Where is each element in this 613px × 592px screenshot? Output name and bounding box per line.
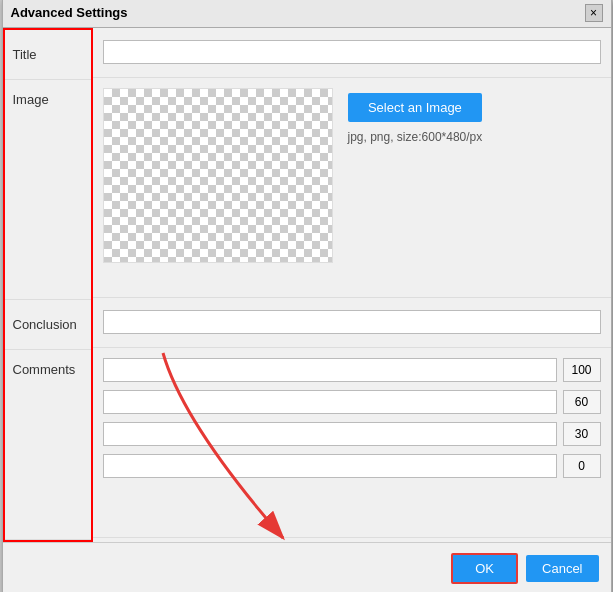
comment-num-3: 30	[563, 422, 601, 446]
ok-button[interactable]: OK	[451, 553, 518, 584]
comment-input-3[interactable]	[103, 422, 557, 446]
comment-num-1: 100	[563, 358, 601, 382]
image-controls: Select an Image jpg, png, size:600*480/p…	[348, 88, 483, 144]
title-label: Title	[5, 30, 91, 80]
comment-row-1: 100	[103, 358, 601, 382]
right-content: Select an Image jpg, png, size:600*480/p…	[93, 28, 611, 542]
titlebar: Advanced Settings ×	[3, 0, 611, 28]
image-row: Select an Image jpg, png, size:600*480/p…	[93, 78, 611, 298]
close-button[interactable]: ×	[585, 4, 603, 22]
comment-input-2[interactable]	[103, 390, 557, 414]
comment-num-2: 60	[563, 390, 601, 414]
comments-label: Comments	[5, 350, 91, 540]
title-input[interactable]	[103, 40, 601, 64]
left-labels: Title Image Conclusion Comments	[3, 28, 93, 542]
title-row	[93, 28, 611, 78]
dialog-title: Advanced Settings	[11, 5, 128, 20]
dialog-footer: OK Cancel	[3, 542, 611, 593]
dialog: Advanced Settings × Title Image Conclusi…	[2, 0, 612, 592]
comment-num-4: 0	[563, 454, 601, 478]
select-image-button[interactable]: Select an Image	[348, 93, 483, 122]
dialog-body: Title Image Conclusion Comments Select a…	[3, 28, 611, 542]
image-preview	[103, 88, 333, 263]
conclusion-input[interactable]	[103, 310, 601, 334]
conclusion-label: Conclusion	[5, 300, 91, 350]
comment-input-1[interactable]	[103, 358, 557, 382]
image-label: Image	[5, 80, 91, 300]
comment-input-4[interactable]	[103, 454, 557, 478]
image-hint: jpg, png, size:600*480/px	[348, 130, 483, 144]
comments-row: 100 60 30 0	[93, 348, 611, 538]
conclusion-row	[93, 298, 611, 348]
comment-row-2: 60	[103, 390, 601, 414]
comment-row-3: 30	[103, 422, 601, 446]
comment-row-4: 0	[103, 454, 601, 478]
cancel-button[interactable]: Cancel	[526, 555, 598, 582]
